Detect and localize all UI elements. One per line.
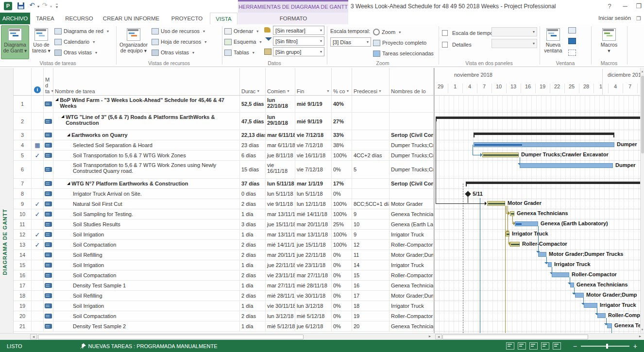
cell-dur[interactable]: 47,5 días	[240, 113, 266, 130]
cell-id[interactable]: 18	[14, 291, 32, 301]
cell-fin[interactable]: vie 7/12/18	[295, 161, 332, 178]
milestone-diamond[interactable]	[465, 191, 471, 197]
timeline-checkbox-box[interactable]	[442, 30, 448, 36]
cell-fin[interactable]: vie 16/11/18	[295, 151, 332, 160]
cell-pct[interactable]: 40%	[332, 96, 352, 112]
cell-info[interactable]	[32, 311, 44, 321]
cell-pred[interactable]: 12	[352, 240, 390, 250]
tab-tarea[interactable]: TAREA	[30, 13, 60, 24]
cell-id[interactable]: 6	[14, 161, 32, 178]
cell-start[interactable]: mar 6/11/18	[266, 140, 295, 150]
cell-dur[interactable]: 1 día	[240, 321, 266, 331]
cell-id[interactable]: 19	[14, 301, 32, 311]
cell-fin[interactable]: vie 7/12/18	[295, 130, 332, 140]
table-row[interactable]: 17Density Test Sample 11 díamar 27/11/18…	[14, 281, 434, 291]
unhide-window-icon[interactable]	[568, 50, 576, 56]
cell-dur[interactable]: 1 día	[240, 281, 266, 290]
cell-start[interactable]: mar 13/11/18	[266, 209, 295, 219]
table-row[interactable]: 7◢WTG N°7 Platform Earthworks & Construc…	[14, 179, 434, 189]
cell-fin[interactable]: mié 5/12/18	[295, 311, 332, 321]
column-header-pred[interactable]: Predecesi▼	[352, 68, 390, 95]
cell-pred[interactable]: 9	[352, 209, 390, 219]
table-row[interactable]: 12✓Soil Irrigation1 díamar 13/11/18mar 1…	[14, 230, 434, 240]
column-header-start[interactable]: Comien▼	[266, 68, 295, 95]
cell-mode[interactable]	[44, 113, 53, 130]
cell-pred[interactable]: 8CC;5CC+1 día	[352, 199, 390, 209]
details-combo[interactable]: ▾	[491, 39, 537, 48]
cell-info[interactable]	[32, 250, 44, 260]
cell-fin[interactable]: mar 27/11/18	[295, 270, 332, 280]
cell-dur[interactable]: 2 días	[240, 240, 266, 250]
cell-mode[interactable]	[44, 161, 53, 178]
table-row[interactable]: 18Soil Refilling2 díasmié 28/11/18vie 30…	[14, 291, 434, 301]
collapse-triangle-icon[interactable]: ◢	[67, 181, 70, 185]
cell-mode[interactable]	[44, 311, 53, 321]
cell-start[interactable]: mié 5/12/18	[266, 321, 295, 331]
cell-pred[interactable]: 9	[352, 230, 390, 239]
column-header-info[interactable]: i	[32, 68, 44, 95]
filter-arrow-icon[interactable]: ▼	[346, 88, 349, 94]
cell-start[interactable]: vie 23/11/18	[266, 270, 295, 280]
cell-id[interactable]: 2	[14, 113, 32, 130]
cell-dur[interactable]: 2 días	[240, 199, 266, 209]
cell-mode[interactable]	[44, 230, 53, 239]
collapse-triangle-icon[interactable]: ◢	[55, 97, 58, 102]
group-combo[interactable]: [Sin grupo]▾	[273, 47, 324, 56]
summary-bar[interactable]	[436, 117, 640, 119]
cell-pred[interactable]: 18	[352, 301, 390, 311]
task-bar[interactable]	[548, 262, 552, 267]
cell-res[interactable]: Irrigator Truck	[390, 301, 434, 311]
column-header-fin[interactable]: Fin▼	[295, 68, 332, 95]
cell-info[interactable]	[32, 113, 44, 130]
cell-fin[interactable]: lun 3/12/18	[295, 301, 332, 311]
cell-name[interactable]: Soil Irrigation	[53, 230, 240, 239]
cell-id[interactable]: 14	[14, 250, 32, 260]
zoom-button[interactable]: Zoom▾	[373, 27, 401, 37]
cell-mode[interactable]	[44, 291, 53, 301]
cell-dur[interactable]: 22,13 días	[240, 130, 266, 140]
table-row[interactable]: 19Soil Irrigation1 díavie 30/11/18lun 3/…	[14, 301, 434, 311]
sort-button[interactable]: Ordenar▾	[224, 26, 258, 36]
cell-info[interactable]: ✓	[32, 240, 44, 250]
cell-pred[interactable]: 5	[352, 161, 390, 178]
column-header-name[interactable]: Nombre de tarea	[53, 68, 240, 95]
task-bar[interactable]	[575, 293, 584, 298]
cell-mode[interactable]	[44, 179, 53, 188]
summary-bar[interactable]	[474, 133, 614, 135]
highlight-combo[interactable]: [Sin resaltar]▾	[273, 26, 324, 35]
cell-name[interactable]: Soil Compactation	[53, 270, 240, 280]
cell-mode[interactable]	[44, 321, 53, 331]
cell-pct[interactable]: 0%	[332, 270, 352, 280]
new-window-button[interactable]: Nuevaventana	[541, 25, 565, 59]
table-row[interactable]: 5✓Soil Transportation to 5,6 & 7 WTG Wor…	[14, 151, 434, 161]
cell-fin[interactable]: jue 22/11/18	[295, 250, 332, 260]
table-row[interactable]: 1◢BoP Wind Farm - "3 Weeks Look-Ahead" S…	[14, 96, 434, 113]
other-task-views-button[interactable]: Otras vistas▾	[54, 48, 97, 57]
cell-id[interactable]: 21	[14, 321, 32, 331]
table-row[interactable]: 6Soil Transportation to 5,6 & 7 WTG Work…	[14, 161, 434, 179]
collapse-triangle-icon[interactable]: ◢	[67, 133, 70, 137]
cell-dur[interactable]: 6 días	[240, 151, 266, 160]
project-logo-icon[interactable]: P	[4, 2, 12, 10]
cell-mode[interactable]	[44, 250, 53, 260]
cell-start[interactable]: lun 5/11/18	[266, 179, 295, 188]
cell-mode[interactable]	[44, 209, 53, 219]
cell-info[interactable]	[32, 161, 44, 178]
calendar-button[interactable]: Calendario▾	[54, 37, 95, 47]
cell-res[interactable]	[390, 113, 434, 130]
cell-info[interactable]: ✓	[32, 230, 44, 239]
tab-archivo[interactable]: ARCHIVO	[0, 13, 30, 24]
cell-mode[interactable]	[44, 240, 53, 250]
cell-res[interactable]: Genexa (Earth Labor	[390, 219, 434, 229]
cell-res[interactable]: Sertop (Civil Contr	[390, 130, 434, 140]
cell-name[interactable]: Soil Compactation	[53, 240, 240, 250]
cell-pct[interactable]: 0%	[332, 161, 352, 178]
cell-mode[interactable]	[44, 260, 53, 270]
tab-recurso[interactable]: RECURSO	[60, 13, 98, 24]
cell-pct[interactable]: 100%	[332, 151, 352, 160]
cell-pred[interactable]	[352, 179, 390, 188]
task-bar[interactable]	[607, 323, 612, 328]
undo-dropdown-icon[interactable]: ▾	[37, 4, 39, 9]
cell-fin[interactable]: jue 6/12/18	[295, 321, 332, 331]
zoom-slider[interactable]	[581, 346, 629, 347]
